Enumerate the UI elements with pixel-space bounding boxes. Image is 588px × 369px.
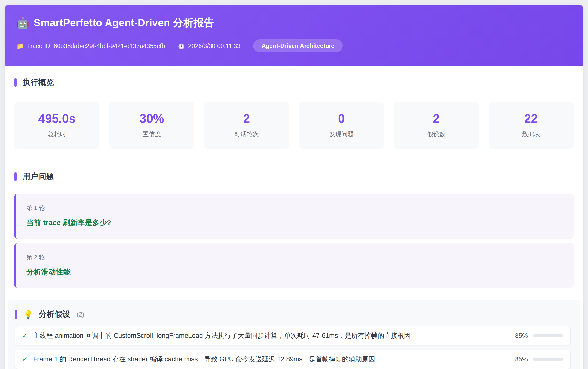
- confidence-value: 85%: [515, 356, 528, 363]
- stat-card-hypotheses: 2 假设数: [394, 102, 479, 149]
- stat-value: 2: [433, 112, 440, 125]
- stat-value: 0: [338, 112, 345, 125]
- stat-value: 30%: [140, 112, 164, 125]
- stat-label: 数据表: [522, 130, 540, 138]
- stat-card-data-tables: 22 数据表: [489, 102, 574, 149]
- stat-value: 495.0s: [38, 112, 76, 125]
- stat-value: 2: [243, 112, 250, 125]
- overview-title-text: 执行概览: [23, 77, 54, 88]
- stat-label: 发现问题: [329, 130, 354, 138]
- stat-label: 置信度: [142, 130, 161, 138]
- stat-card-total-time: 495.0s 总耗时: [14, 102, 99, 149]
- hypothesis-row: ✓ Frame 1 的 RenderThread 存在 shader 编译 ca…: [15, 350, 571, 369]
- report-container: 🤖 SmartPerfetto Agent-Driven 分析报告 📁 Trac…: [5, 5, 583, 369]
- hypothesis-text: Frame 1 的 RenderThread 存在 shader 编译 cach…: [33, 355, 509, 364]
- hypotheses-list: ✓ 主线程 animation 回调中的 CustomScroll_longFr…: [15, 326, 571, 369]
- lightbulb-icon: 💡: [24, 310, 33, 319]
- section-accent-bar: [14, 172, 17, 181]
- section-accent-bar: [14, 78, 17, 87]
- questions-title: 用户问题: [14, 171, 574, 182]
- round-question: 当前 trace 刷新率是多少?: [26, 218, 564, 228]
- section-hypotheses: 💡 分析假设 (2) ✓ 主线程 animation 回调中的 CustomSc…: [8, 300, 580, 369]
- confidence-progress-bar: [533, 334, 563, 337]
- question-round-2: 第 2 轮 分析滑动性能: [14, 243, 574, 288]
- hypotheses-count: (2): [77, 311, 84, 318]
- trace-id: 📁 Trace ID: 60b38dab-c29f-4bbf-9421-d137…: [16, 42, 165, 49]
- trace-id-label: Trace ID: 60b38dab-c29f-4bbf-9421-d137a4…: [27, 42, 165, 49]
- check-icon: ✓: [22, 332, 28, 340]
- section-accent-bar: [15, 310, 17, 319]
- round-label: 第 2 轮: [26, 253, 564, 261]
- section-overview: 执行概览 495.0s 总耗时 30% 置信度 2 对话轮次 0 发现问题 2 …: [5, 66, 583, 160]
- round-question: 分析滑动性能: [26, 267, 564, 277]
- hypotheses-title-text: 分析假设: [39, 309, 70, 320]
- stat-label: 假设数: [427, 130, 445, 138]
- confidence-value: 85%: [515, 332, 528, 340]
- folder-icon: 📁: [16, 42, 24, 49]
- header-meta: 📁 Trace ID: 60b38dab-c29f-4bbf-9421-d137…: [16, 39, 572, 52]
- hypothesis-text: 主线程 animation 回调中的 CustomScroll_longFram…: [33, 331, 509, 340]
- stopwatch-icon: ⏱️: [178, 42, 185, 49]
- question-round-1: 第 1 轮 当前 trace 刷新率是多少?: [14, 194, 574, 239]
- confidence-progress-bar: [533, 358, 563, 361]
- round-label: 第 1 轮: [26, 204, 564, 212]
- report-timestamp: ⏱️ 2026/3/30 00:11:33: [178, 42, 241, 49]
- timestamp-label: 2026/3/30 00:11:33: [188, 42, 241, 49]
- stat-card-confidence: 30% 置信度: [109, 102, 194, 149]
- hypothesis-row: ✓ 主线程 animation 回调中的 CustomScroll_longFr…: [15, 326, 571, 345]
- section-user-questions: 用户问题 第 1 轮 当前 trace 刷新率是多少? 第 2 轮 分析滑动性能: [5, 160, 583, 299]
- overview-title: 执行概览: [14, 77, 574, 88]
- architecture-badge: Agent-Driven Architecture: [253, 39, 343, 52]
- page-title-text: SmartPerfetto Agent-Driven 分析报告: [34, 16, 214, 30]
- report-header: 🤖 SmartPerfetto Agent-Driven 分析报告 📁 Trac…: [5, 5, 583, 66]
- question-rounds: 第 1 轮 当前 trace 刷新率是多少? 第 2 轮 分析滑动性能: [14, 194, 574, 288]
- page-title: 🤖 SmartPerfetto Agent-Driven 分析报告: [16, 16, 572, 30]
- stat-label: 总耗时: [48, 130, 66, 138]
- stat-value: 22: [524, 112, 538, 125]
- stats-grid: 495.0s 总耗时 30% 置信度 2 对话轮次 0 发现问题 2 假设数 2…: [14, 102, 574, 149]
- stat-card-issues-found: 0 发现问题: [299, 102, 384, 149]
- check-icon: ✓: [22, 355, 28, 363]
- hypotheses-title: 💡 分析假设 (2): [15, 309, 571, 320]
- stat-label: 对话轮次: [234, 130, 259, 138]
- stat-card-dialog-rounds: 2 对话轮次: [204, 102, 289, 149]
- robot-icon: 🤖: [16, 17, 29, 29]
- questions-title-text: 用户问题: [23, 171, 54, 182]
